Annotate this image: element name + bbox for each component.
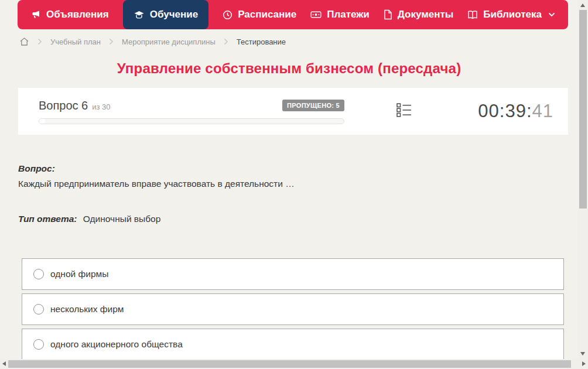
nav-item-label: Документы [398, 9, 454, 20]
megaphone-icon [30, 9, 41, 20]
vertical-scrollbar-thumb[interactable] [579, 10, 587, 209]
question-list-button[interactable] [396, 103, 412, 119]
question-header-card: Вопрос 6 из 30 ПРОПУЩЕНО: 5 00:39:41 [18, 88, 568, 135]
horizontal-scrollbar-thumb[interactable] [8, 360, 571, 368]
vertical-scrollbar[interactable] [578, 0, 588, 359]
nav-item-library[interactable]: Библиотека [467, 0, 555, 29]
timer-seconds: 41 [532, 101, 553, 121]
main-nav: Объявления Обучение Расписание Платежи Д… [18, 0, 568, 29]
question-total: из 30 [92, 102, 110, 111]
progress-bar [39, 118, 344, 124]
home-icon[interactable] [19, 37, 29, 46]
question-label: Вопрос: [18, 163, 564, 174]
nav-item-schedule[interactable]: Расписание [223, 0, 296, 29]
answer-options: одной фирмы нескольких фирм одного акцио… [22, 258, 564, 360]
question-text: Каждый предприниматель вправе участвоват… [18, 179, 564, 189]
answer-option-1[interactable]: одной фирмы [22, 258, 564, 290]
answer-option-3[interactable]: одного акционерного общества [22, 329, 564, 360]
nav-item-label: Библиотека [483, 9, 542, 20]
answer-type-value: Одиночный выбор [83, 214, 161, 224]
nav-item-label: Платежи [327, 9, 370, 20]
document-icon [384, 9, 392, 20]
radio-button-icon[interactable] [33, 269, 44, 279]
answer-option-label: одной фирмы [50, 269, 108, 279]
answer-type-line: Тип ответа: Одиночный выбор [18, 214, 564, 224]
chevron-down-icon [548, 12, 555, 17]
scroll-right-arrow-icon[interactable] [582, 361, 586, 366]
scroll-left-arrow-icon[interactable] [2, 361, 6, 366]
nav-item-payments[interactable]: Платежи [310, 0, 370, 29]
horizontal-scrollbar[interactable] [0, 359, 588, 369]
question-list-icon [396, 103, 412, 119]
scroll-down-arrow-icon[interactable] [580, 352, 585, 356]
breadcrumb-testing: Тестирование [237, 37, 286, 46]
page-title: Управление собственным бизнесом (пересда… [0, 60, 578, 77]
question-progress-group: Вопрос 6 из 30 ПРОПУЩЕНО: 5 [39, 99, 344, 124]
clock-icon [223, 10, 233, 20]
question-number: Вопрос 6 [39, 99, 88, 112]
breadcrumb: Учебный план Мероприятие дисциплины Тест… [19, 37, 588, 46]
nav-item-announcements[interactable]: Объявления [30, 0, 109, 29]
nav-item-label: Объявления [46, 9, 109, 20]
radio-button-icon[interactable] [33, 339, 44, 350]
open-book-icon [467, 10, 478, 20]
timer-hours-minutes: 00:39: [478, 101, 532, 121]
breadcrumb-discipline-event[interactable]: Мероприятие дисциплины [122, 37, 216, 46]
nav-item-learning[interactable]: Обучение [123, 0, 208, 29]
answer-type-label: Тип ответа: [18, 214, 77, 224]
answer-option-label: нескольких фирм [50, 304, 124, 315]
chevron-right-icon [37, 38, 42, 45]
scroll-up-arrow-icon[interactable] [580, 4, 585, 7]
radio-button-icon[interactable] [33, 304, 44, 315]
test-timer: 00:39:41 [478, 101, 553, 122]
cash-icon [310, 10, 322, 19]
graduation-cap-icon [134, 9, 145, 20]
progress-bar-fill [39, 119, 45, 124]
skipped-badge: ПРОПУЩЕНО: 5 [282, 100, 344, 111]
nav-item-label: Обучение [150, 9, 198, 20]
nav-item-documents[interactable]: Документы [384, 0, 454, 29]
question-block: Вопрос: Каждый предприниматель вправе уч… [18, 163, 564, 224]
answer-option-label: одного акционерного общества [50, 339, 183, 350]
chevron-right-icon [109, 38, 114, 45]
nav-item-label: Расписание [238, 9, 296, 20]
breadcrumb-curriculum[interactable]: Учебный план [50, 37, 101, 46]
chevron-right-icon [224, 38, 228, 45]
answer-option-2[interactable]: нескольких фирм [22, 293, 564, 325]
